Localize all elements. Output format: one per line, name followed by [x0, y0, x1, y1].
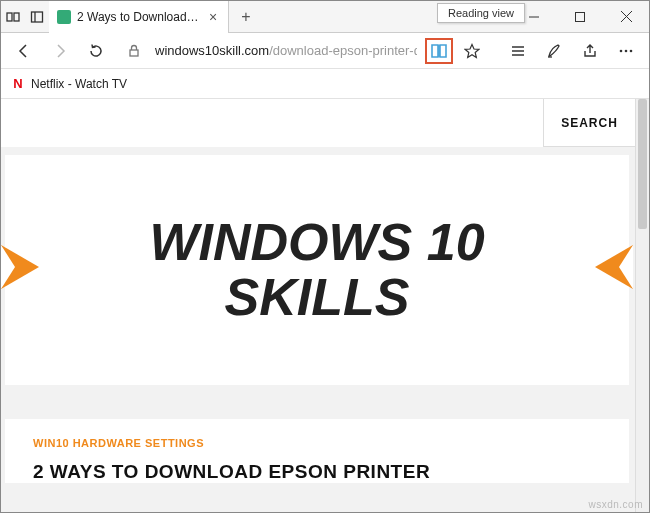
back-button[interactable]: [7, 35, 41, 67]
titlebar-left: 2 Ways to Download Ep × +: [1, 1, 263, 32]
forward-button[interactable]: [43, 35, 77, 67]
set-aside-tabs-icon[interactable]: [25, 1, 49, 33]
page-content: SEARCH WINDOWS 10 SKILLS WIN10 HARDWARE …: [1, 99, 649, 513]
search-button[interactable]: SEARCH: [543, 99, 635, 147]
favorites-bar: N Netflix - Watch TV: [1, 69, 649, 99]
tab-actions-icon[interactable]: [1, 1, 25, 33]
carousel-prev-icon[interactable]: [1, 245, 39, 289]
share-button[interactable]: [573, 35, 607, 67]
hero-line2: SKILLS: [225, 268, 410, 326]
url-host: windows10skill.com: [155, 43, 269, 58]
favorites-item-netflix[interactable]: Netflix - Watch TV: [31, 77, 127, 91]
toolbar: windows10skill.com/download-epson-printe…: [1, 33, 649, 69]
maximize-button[interactable]: [557, 1, 603, 32]
favorite-button[interactable]: [455, 35, 489, 67]
url-path: /download-epson-printer-drivers: [269, 43, 417, 58]
url-text: windows10skill.com/download-epson-printe…: [155, 43, 417, 58]
browser-tab[interactable]: 2 Ways to Download Ep ×: [49, 1, 229, 33]
address-bar[interactable]: windows10skill.com/download-epson-printe…: [149, 37, 423, 65]
hero-line1: WINDOWS 10: [149, 213, 484, 271]
svg-point-16: [630, 49, 633, 52]
hub-button[interactable]: [501, 35, 535, 67]
svg-rect-8: [130, 50, 138, 56]
window-controls: [511, 1, 649, 32]
article: WIN10 HARDWARE SETTINGS 2 WAYS TO DOWNLO…: [5, 419, 629, 483]
svg-rect-2: [32, 12, 43, 22]
tab-favicon: [57, 10, 71, 24]
notes-button[interactable]: [537, 35, 571, 67]
netflix-favicon: N: [11, 77, 25, 91]
reading-view-tooltip: Reading view: [437, 3, 525, 23]
svg-point-14: [620, 49, 623, 52]
scrollbar-thumb[interactable]: [638, 99, 647, 229]
tab-close-icon[interactable]: ×: [206, 10, 220, 24]
lock-icon[interactable]: [127, 44, 141, 58]
article-category[interactable]: WIN10 HARDWARE SETTINGS: [33, 437, 601, 449]
refresh-button[interactable]: [79, 35, 113, 67]
svg-rect-5: [576, 12, 585, 21]
tab-title: 2 Ways to Download Ep: [77, 10, 200, 24]
site-header: SEARCH: [1, 99, 649, 147]
svg-rect-0: [7, 13, 12, 21]
hero-banner: WINDOWS 10 SKILLS: [5, 155, 629, 385]
svg-rect-1: [14, 13, 19, 21]
reading-view-button[interactable]: [425, 38, 453, 64]
svg-point-15: [625, 49, 628, 52]
more-button[interactable]: [609, 35, 643, 67]
toolbar-right: [501, 35, 643, 67]
watermark: wsxdn.com: [588, 499, 643, 510]
titlebar: 2 Ways to Download Ep × + Reading view: [1, 1, 649, 33]
close-button[interactable]: [603, 1, 649, 32]
new-tab-button[interactable]: +: [229, 8, 263, 26]
site-logo-text: WINDOWS 10 SKILLS: [149, 215, 484, 324]
article-title: 2 WAYS TO DOWNLOAD EPSON PRINTER: [33, 461, 601, 483]
carousel-next-icon[interactable]: [595, 245, 633, 289]
scrollbar-vertical[interactable]: [635, 99, 649, 513]
